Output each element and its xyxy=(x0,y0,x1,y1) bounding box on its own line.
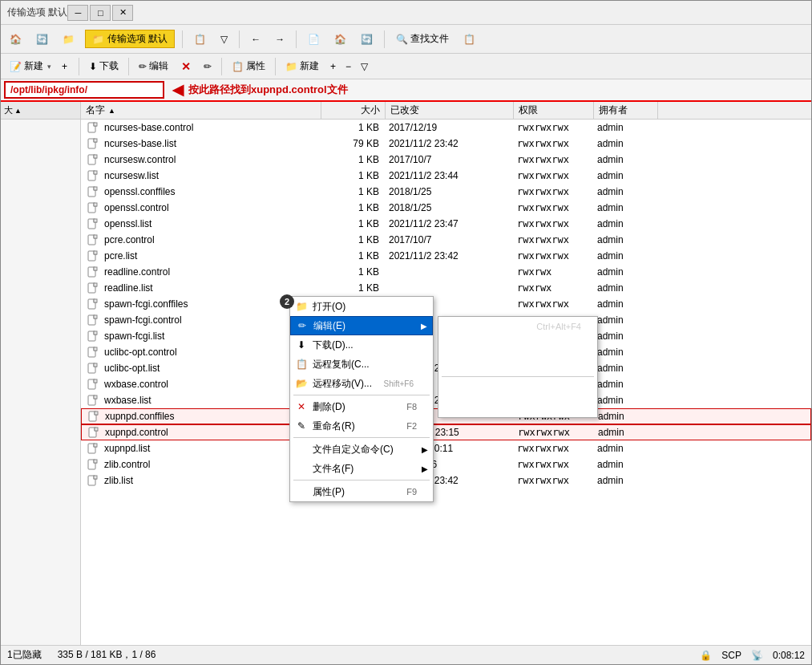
table-row[interactable]: zlib.control 1 KB 2018/10/26 rwxrwxrwx a… xyxy=(81,456,811,472)
file-perm-cell: rwxrwxrwx xyxy=(514,186,594,197)
table-row[interactable]: readline.control 1 KB rwxrwx admin xyxy=(81,264,811,280)
table-row[interactable]: ncurses-base.control 1 KB 2017/12/19 rwx… xyxy=(81,120,811,136)
ctx-properties[interactable]: 属性(P) F9 xyxy=(290,482,433,501)
col-date[interactable]: 已改变 xyxy=(386,102,514,119)
properties-button[interactable]: 📋 属性 xyxy=(226,56,271,77)
file-list-body[interactable]: ncurses-base.control 1 KB 2017/12/19 rwx… xyxy=(81,120,811,645)
filter-btn[interactable]: ▽ xyxy=(215,29,233,50)
refresh-btn[interactable]: 🔄 xyxy=(30,29,54,50)
col-perm[interactable]: 权限 xyxy=(514,102,594,119)
refresh-icon: 🔄 xyxy=(36,34,48,45)
file-size-cell: 1 KB xyxy=(321,282,386,294)
submenu-config[interactable]: ⚙ 配置(C)... xyxy=(438,398,597,417)
file-icon xyxy=(87,282,99,294)
window-title: 传输选项 默认 xyxy=(7,6,67,19)
ctx-properties-label: 属性(P) xyxy=(313,485,345,499)
something-btn[interactable]: ✏ xyxy=(198,56,217,77)
table-row[interactable]: zlib.list 1 KB 2021/11/2 23:42 rwxrwxrwx… xyxy=(81,472,811,489)
file-icon xyxy=(87,395,99,406)
toolbar-btn6[interactable]: 🏠 xyxy=(329,29,352,50)
toolbar-extra-btn[interactable]: 📋 xyxy=(458,29,481,50)
table-row[interactable]: spawn-fcgi.conffiles 1 KB rwxrwxrwx admi… xyxy=(81,296,811,312)
sep3 xyxy=(296,30,297,48)
plus-btn[interactable]: + xyxy=(326,56,340,77)
find-file-btn[interactable]: 🔍 查找文件 xyxy=(390,29,454,50)
toolbar-btn7[interactable]: 🔄 xyxy=(355,29,378,50)
ctx-download[interactable]: ⬇ 下载(D)... xyxy=(290,335,433,355)
edit-toolbar-button[interactable]: ✏ 编辑 xyxy=(133,56,174,77)
ctx-custom-cmd[interactable]: 文件自定义命令(C) ▶ xyxy=(290,440,433,459)
ctx-remote-copy[interactable]: 📋 远程复制(C... xyxy=(290,355,433,374)
back-icon: ← xyxy=(251,34,261,45)
minus-btn[interactable]: − xyxy=(341,56,355,77)
file-owner-cell: admin xyxy=(594,459,658,470)
step2-badge: 2 xyxy=(280,294,294,309)
table-row[interactable]: xupnpd.list 3 KB 2021/11/3 0:11 rwxrwxrw… xyxy=(81,440,811,456)
submenu-edit-icon: ✏ xyxy=(443,320,456,333)
file-owner-cell: admin xyxy=(594,282,658,294)
download-button[interactable]: ⬇ 下载 xyxy=(83,56,124,77)
maximize-button[interactable]: □ xyxy=(90,5,111,21)
home-btn[interactable]: 🏠 xyxy=(4,29,27,50)
table-row[interactable]: pcre.list 1 KB 2021/11/2 23:42 rwxrwxrwx… xyxy=(81,248,811,264)
file-icon xyxy=(87,266,99,278)
table-row[interactable]: openssl.conffiles 1 KB 2018/1/25 rwxrwxr… xyxy=(81,184,811,200)
parent-dir-btn[interactable]: 📁 xyxy=(57,29,80,50)
file-icon xyxy=(87,234,99,245)
table-row[interactable]: ncurses-base.list 79 KB 2021/11/2 23:42 … xyxy=(81,136,811,152)
table-row[interactable]: openssl.control 1 KB 2018/1/25 rwxrwxrwx… xyxy=(81,200,811,216)
forward-icon: → xyxy=(275,34,285,45)
col-owner[interactable]: 拥有者 xyxy=(594,102,658,119)
submenu-edit-select[interactable]: 编辑选中文件 xyxy=(438,355,597,375)
file-size-cell: 1 KB xyxy=(321,170,386,181)
file-name-cell: xupnpd.conffiles xyxy=(82,411,322,422)
col-size[interactable]: 大小 xyxy=(321,102,386,119)
col-name[interactable]: 名字 ▲ xyxy=(81,102,321,119)
new-plus-btn[interactable]: + xyxy=(59,56,75,77)
close-button[interactable]: ✕ xyxy=(112,5,133,21)
address-bar[interactable]: /opt/lib/ipkg/info/ xyxy=(4,81,164,99)
new-button[interactable]: 📝 新建 ▾ xyxy=(4,56,57,77)
minimize-button[interactable]: ─ xyxy=(67,5,88,21)
sort-icon: ▲ xyxy=(108,107,115,115)
table-row[interactable]: readline.list 1 KB rwxrwx admin xyxy=(81,280,811,296)
col-size-label: 大小 xyxy=(361,103,380,117)
table-row[interactable]: ncursesw.list 1 KB 2021/11/2 23:44 rwxrw… xyxy=(81,168,811,184)
current-folder-badge[interactable]: 📁 传输选项 默认 xyxy=(85,30,175,48)
transfer-icon: 📡 xyxy=(751,650,763,661)
file-perm-cell: rwxrwxrwx xyxy=(514,234,594,245)
toolbar-btn5[interactable]: 📄 xyxy=(302,29,325,50)
file-icon xyxy=(87,186,99,197)
submenu-edit-mode[interactable]: 编辑方式...(W) xyxy=(438,379,597,398)
list-btn[interactable]: ▽ xyxy=(357,56,372,77)
submenu-edit-label: 编辑(E) xyxy=(461,320,493,334)
svg-rect-3 xyxy=(94,139,97,142)
table-row[interactable]: pcre.control 1 KB 2017/10/7 rwxrwxrwx ad… xyxy=(81,232,811,248)
ctx-download-label: 下载(D)... xyxy=(313,339,353,352)
toolbar-actions: 📝 新建 ▾ + ⬇ 下载 ✏ 编辑 ✕ ✏ 📋 属性 📁 新建 + − ▽ xyxy=(1,54,811,79)
ctx-filename[interactable]: 文件名(F) ▶ xyxy=(290,459,433,478)
back-btn[interactable]: ← xyxy=(245,29,266,50)
statusbar-right: 🔒 SCP 📡 0:08:12 xyxy=(700,650,805,661)
table-row[interactable]: xupnpd.control 1 KB 2021/11/3 23:15 rwxr… xyxy=(81,424,811,440)
table-row[interactable]: openssl.list 1 KB 2021/11/2 23:47 rwxrwx… xyxy=(81,216,811,232)
size-column-header: 大 xyxy=(4,104,13,116)
copy-btn[interactable]: 📋 xyxy=(188,29,212,50)
ctx-open[interactable]: 📁 打开(O) xyxy=(290,297,433,316)
ctx-rename[interactable]: ✎ 重命名(R) F2 xyxy=(290,416,433,436)
new2-button[interactable]: 📁 新建 xyxy=(280,56,325,77)
submenu-edit-select-label: 编辑选中文件 xyxy=(461,359,519,372)
table-row[interactable]: ncursesw.control 1 KB 2017/10/7 rwxrwxrw… xyxy=(81,152,811,168)
submenu-config-label: 配置(C)... xyxy=(461,401,502,415)
file-name-cell: wxbase.list xyxy=(81,395,321,406)
ctx-edit[interactable]: ✏ 编辑(E) ▶ ✏ 编辑(E) Ctrl+Alt+F4 xyxy=(290,316,433,335)
delete-toolbar-button[interactable]: ✕ xyxy=(176,56,196,77)
forward-btn[interactable]: → xyxy=(269,29,290,50)
sep7 xyxy=(221,58,222,75)
file-icon xyxy=(87,475,99,486)
submenu-edit-plain[interactable]: 编辑 xyxy=(438,336,597,355)
ctx-delete[interactable]: ✕ 删除(D) F8 xyxy=(290,397,433,416)
ctx-remote-move[interactable]: 📂 远程移动(V)... Shift+F6 xyxy=(290,374,433,393)
submenu-edit[interactable]: ✏ 编辑(E) Ctrl+Alt+F4 xyxy=(438,317,597,336)
file-icon xyxy=(87,363,99,374)
